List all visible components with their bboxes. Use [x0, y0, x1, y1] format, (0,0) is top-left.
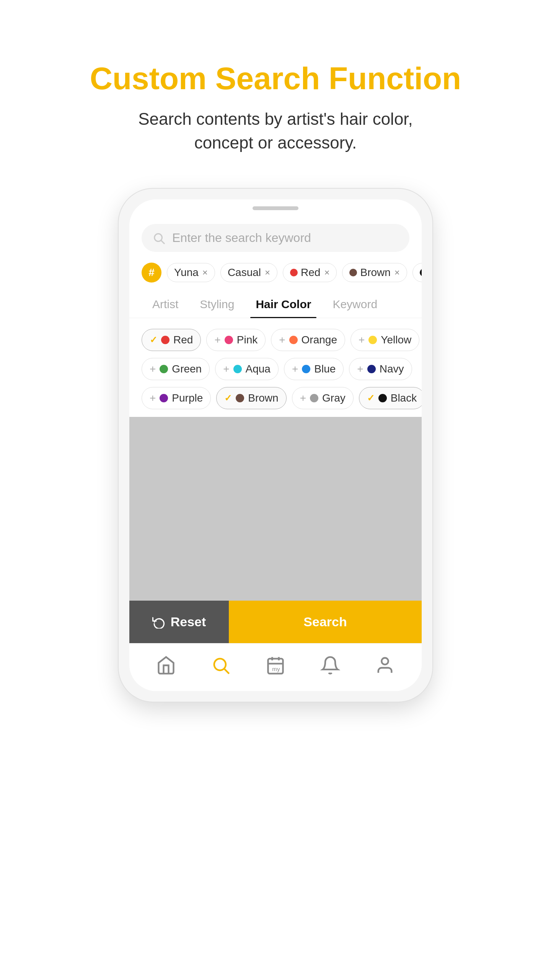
color-label-blue: Blue: [314, 363, 336, 375]
color-dot-pink: [225, 336, 233, 344]
color-dot-purple: [160, 394, 168, 402]
svg-point-9: [382, 658, 388, 665]
reset-icon: [152, 616, 165, 629]
calendar-icon: my: [266, 655, 285, 675]
color-dot-brown: [236, 394, 244, 402]
color-chip-brown[interactable]: ✓ Brown: [216, 387, 286, 409]
color-chip-aqua[interactable]: + Aqua: [215, 358, 279, 380]
tag-overflow-dot: [420, 269, 422, 276]
color-dot-navy: [367, 365, 376, 373]
color-chip-green[interactable]: + Green: [142, 358, 210, 380]
color-dot-blue: [302, 365, 310, 373]
nav-search[interactable]: [210, 654, 232, 676]
tag-brown-dot: [349, 269, 357, 276]
color-dot-gray: [310, 394, 318, 402]
plus-icon-navy: +: [357, 364, 363, 374]
color-chip-navy[interactable]: + Navy: [349, 358, 412, 380]
color-chip-black[interactable]: ✓ Black: [359, 387, 422, 409]
page-title: Custom Search Function: [90, 61, 461, 96]
svg-point-2: [214, 659, 225, 670]
plus-icon-green: +: [150, 364, 156, 374]
reset-button[interactable]: Reset: [129, 601, 229, 643]
tag-hash-button[interactable]: #: [142, 263, 161, 283]
plus-icon-purple: +: [150, 393, 156, 403]
tag-yuna-remove[interactable]: ×: [202, 267, 208, 278]
color-label-gray: Gray: [322, 392, 346, 404]
tabs-row: Artist Styling Hair Color Keyword: [129, 289, 422, 318]
color-row-1: ✓ Red + Pink + Orange +: [142, 329, 409, 351]
color-chip-gray[interactable]: + Gray: [292, 387, 354, 409]
color-dot-green: [160, 365, 168, 373]
search-icon: [152, 232, 165, 245]
color-label-purple: Purple: [172, 392, 203, 404]
tag-casual-remove[interactable]: ×: [265, 267, 270, 278]
bottom-buttons: Reset Search: [129, 601, 422, 643]
tab-artist[interactable]: Artist: [142, 289, 189, 318]
check-icon: ✓: [150, 335, 157, 345]
color-label-aqua: Aqua: [246, 363, 271, 375]
color-dot-black: [378, 394, 387, 402]
color-dot-aqua: [233, 365, 242, 373]
tag-brown-remove[interactable]: ×: [395, 267, 400, 278]
plus-icon-orange: +: [279, 335, 285, 345]
check-icon-brown: ✓: [224, 393, 232, 403]
color-label-red: Red: [173, 334, 193, 346]
search-placeholder: Enter the search keyword: [172, 231, 311, 245]
color-chip-purple[interactable]: + Purple: [142, 387, 211, 409]
screen-content: Enter the search keyword # Yuna × Casual…: [129, 213, 422, 691]
color-dot-yellow: [368, 336, 377, 344]
search-label: Search: [303, 614, 347, 629]
phone-mockup: Enter the search keyword # Yuna × Casual…: [119, 189, 432, 702]
search-nav-icon: [211, 655, 231, 675]
color-chip-yellow[interactable]: + Yellow: [350, 329, 419, 351]
color-chip-red[interactable]: ✓ Red: [142, 329, 201, 351]
phone-top-bar: [129, 199, 422, 213]
color-label-pink: Pink: [237, 334, 258, 346]
tag-brown[interactable]: Brown ×: [342, 263, 407, 282]
svg-line-1: [161, 240, 164, 243]
plus-icon: +: [214, 335, 220, 345]
tab-hair-color[interactable]: Hair Color: [245, 289, 322, 318]
color-label-black: Black: [391, 392, 417, 404]
user-icon: [375, 655, 395, 675]
plus-icon-blue: +: [292, 364, 298, 374]
plus-icon-yellow: +: [359, 335, 365, 345]
color-chip-orange[interactable]: + Orange: [271, 329, 345, 351]
tag-red[interactable]: Red ×: [283, 263, 337, 282]
color-label-navy: Navy: [380, 363, 404, 375]
tag-overflow[interactable]: B…: [412, 263, 422, 282]
nav-bell[interactable]: [319, 654, 341, 676]
content-area: [129, 417, 422, 601]
tag-casual[interactable]: Casual ×: [220, 263, 277, 282]
search-button[interactable]: Search: [229, 601, 422, 643]
tab-styling[interactable]: Styling: [189, 289, 245, 318]
nav-user[interactable]: [374, 654, 396, 676]
search-bar-container: Enter the search keyword: [129, 213, 422, 259]
reset-label: Reset: [171, 614, 206, 629]
search-bar[interactable]: Enter the search keyword: [142, 224, 409, 252]
bell-icon: [320, 655, 340, 675]
color-label-yellow: Yellow: [381, 334, 411, 346]
color-chip-pink[interactable]: + Pink: [206, 329, 266, 351]
color-label-green: Green: [172, 363, 202, 375]
color-chip-blue[interactable]: + Blue: [284, 358, 344, 380]
tag-red-remove[interactable]: ×: [324, 267, 329, 278]
tag-red-dot: [290, 269, 298, 276]
plus-icon-gray: +: [300, 393, 306, 403]
tags-row: # Yuna × Casual × Red × Brown: [129, 259, 422, 289]
svg-text:my: my: [272, 666, 280, 673]
color-row-2: + Green + Aqua + Blue +: [142, 358, 409, 380]
page-subtitle: Search contents by artist's hair color, …: [126, 107, 425, 154]
color-label-brown: Brown: [248, 392, 278, 404]
phone-pill: [253, 206, 298, 210]
nav-home[interactable]: [155, 654, 177, 676]
color-row-3: + Purple ✓ Brown + Gray: [142, 387, 409, 409]
check-icon-black: ✓: [367, 393, 375, 403]
home-icon: [156, 655, 176, 675]
color-dot-orange: [289, 336, 298, 344]
plus-icon-aqua: +: [223, 364, 229, 374]
tab-keyword[interactable]: Keyword: [322, 289, 388, 318]
nav-calendar[interactable]: my: [264, 654, 287, 676]
svg-line-3: [225, 669, 229, 674]
tag-yuna[interactable]: Yuna ×: [167, 263, 215, 282]
